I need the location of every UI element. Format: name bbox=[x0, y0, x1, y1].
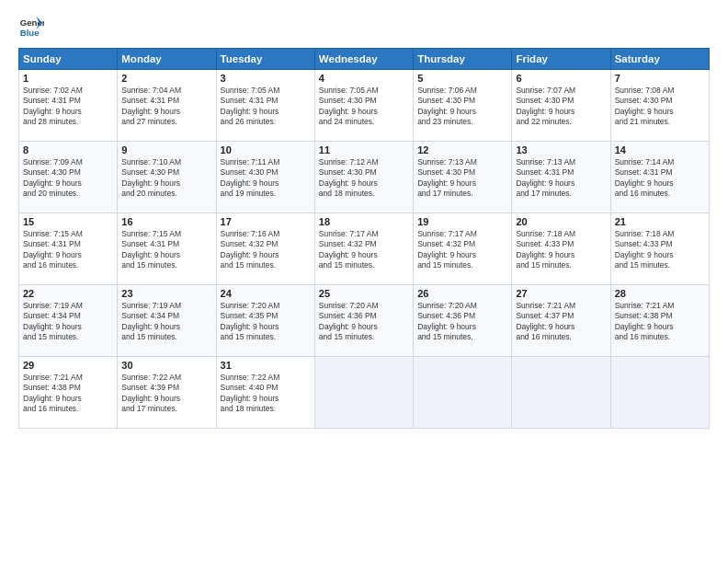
logo-icon: General Blue bbox=[18, 15, 44, 40]
calendar-cell: 15Sunrise: 7:15 AMSunset: 4:31 PMDayligh… bbox=[19, 213, 118, 285]
day-number: 19 bbox=[417, 216, 507, 227]
cell-sun-info: Sunrise: 7:15 AMSunset: 4:31 PMDaylight:… bbox=[121, 229, 211, 271]
calendar-week-row: 1Sunrise: 7:02 AMSunset: 4:31 PMDaylight… bbox=[19, 70, 710, 142]
day-number: 3 bbox=[221, 73, 311, 84]
page: General Blue SundayMondayTuesdayWednesda… bbox=[0, 0, 728, 563]
cell-sun-info: Sunrise: 7:11 AMSunset: 4:30 PMDaylight:… bbox=[221, 157, 311, 200]
cell-sun-info: Sunrise: 7:18 AMSunset: 4:33 PMDaylight:… bbox=[516, 229, 606, 271]
calendar-week-row: 29Sunrise: 7:21 AMSunset: 4:38 PMDayligh… bbox=[19, 357, 710, 429]
cell-sun-info: Sunrise: 7:02 AMSunset: 4:31 PMDaylight:… bbox=[23, 86, 113, 128]
calendar-cell bbox=[610, 357, 709, 429]
calendar-cell: 29Sunrise: 7:21 AMSunset: 4:38 PMDayligh… bbox=[19, 357, 118, 429]
calendar-week-row: 8Sunrise: 7:09 AMSunset: 4:30 PMDaylight… bbox=[19, 142, 710, 213]
day-number: 31 bbox=[221, 360, 311, 371]
header: General Blue bbox=[18, 15, 710, 40]
weekday-header: Thursday bbox=[414, 49, 512, 70]
cell-sun-info: Sunrise: 7:08 AMSunset: 4:30 PMDaylight:… bbox=[615, 86, 705, 128]
cell-sun-info: Sunrise: 7:17 AMSunset: 4:32 PMDaylight:… bbox=[319, 229, 409, 271]
weekday-header: Friday bbox=[512, 49, 610, 70]
calendar-cell: 3Sunrise: 7:05 AMSunset: 4:31 PMDaylight… bbox=[216, 70, 314, 142]
cell-sun-info: Sunrise: 7:21 AMSunset: 4:38 PMDaylight:… bbox=[23, 373, 113, 415]
cell-sun-info: Sunrise: 7:09 AMSunset: 4:30 PMDaylight:… bbox=[23, 157, 113, 200]
calendar-cell: 9Sunrise: 7:10 AMSunset: 4:30 PMDaylight… bbox=[118, 142, 216, 213]
day-number: 23 bbox=[121, 288, 211, 299]
calendar-cell: 27Sunrise: 7:21 AMSunset: 4:37 PMDayligh… bbox=[512, 285, 610, 357]
cell-sun-info: Sunrise: 7:19 AMSunset: 4:34 PMDaylight:… bbox=[121, 301, 211, 343]
logo: General Blue bbox=[18, 15, 44, 40]
day-number: 22 bbox=[23, 288, 113, 299]
cell-sun-info: Sunrise: 7:15 AMSunset: 4:31 PMDaylight:… bbox=[23, 229, 113, 271]
cell-sun-info: Sunrise: 7:20 AMSunset: 4:36 PMDaylight:… bbox=[319, 301, 409, 343]
calendar-cell bbox=[512, 357, 610, 429]
svg-text:Blue: Blue bbox=[20, 28, 40, 38]
day-number: 13 bbox=[516, 144, 606, 155]
day-number: 6 bbox=[516, 73, 606, 84]
cell-sun-info: Sunrise: 7:07 AMSunset: 4:30 PMDaylight:… bbox=[516, 86, 606, 128]
cell-sun-info: Sunrise: 7:22 AMSunset: 4:39 PMDaylight:… bbox=[121, 373, 211, 415]
day-number: 12 bbox=[417, 144, 507, 155]
day-number: 26 bbox=[417, 288, 507, 299]
cell-sun-info: Sunrise: 7:16 AMSunset: 4:32 PMDaylight:… bbox=[221, 229, 311, 271]
cell-sun-info: Sunrise: 7:17 AMSunset: 4:32 PMDaylight:… bbox=[417, 229, 507, 271]
cell-sun-info: Sunrise: 7:04 AMSunset: 4:31 PMDaylight:… bbox=[121, 86, 211, 128]
calendar-cell: 30Sunrise: 7:22 AMSunset: 4:39 PMDayligh… bbox=[118, 357, 216, 429]
cell-sun-info: Sunrise: 7:18 AMSunset: 4:33 PMDaylight:… bbox=[615, 229, 705, 271]
weekday-header: Monday bbox=[118, 49, 216, 70]
calendar-cell: 21Sunrise: 7:18 AMSunset: 4:33 PMDayligh… bbox=[610, 213, 709, 285]
cell-sun-info: Sunrise: 7:21 AMSunset: 4:38 PMDaylight:… bbox=[615, 301, 705, 343]
calendar-cell: 18Sunrise: 7:17 AMSunset: 4:32 PMDayligh… bbox=[314, 213, 413, 285]
day-number: 14 bbox=[615, 144, 705, 155]
cell-sun-info: Sunrise: 7:05 AMSunset: 4:31 PMDaylight:… bbox=[221, 86, 311, 128]
calendar-cell bbox=[314, 357, 413, 429]
calendar-cell: 28Sunrise: 7:21 AMSunset: 4:38 PMDayligh… bbox=[610, 285, 709, 357]
day-number: 28 bbox=[615, 288, 705, 299]
weekday-header: Tuesday bbox=[216, 49, 314, 70]
calendar-cell: 13Sunrise: 7:13 AMSunset: 4:31 PMDayligh… bbox=[512, 142, 610, 213]
calendar-cell: 2Sunrise: 7:04 AMSunset: 4:31 PMDaylight… bbox=[118, 70, 216, 142]
weekday-header: Sunday bbox=[19, 49, 118, 70]
calendar-cell: 11Sunrise: 7:12 AMSunset: 4:30 PMDayligh… bbox=[314, 142, 413, 213]
cell-sun-info: Sunrise: 7:05 AMSunset: 4:30 PMDaylight:… bbox=[319, 86, 409, 128]
calendar-cell: 26Sunrise: 7:20 AMSunset: 4:36 PMDayligh… bbox=[414, 285, 512, 357]
weekday-header: Saturday bbox=[610, 49, 709, 70]
calendar-cell: 10Sunrise: 7:11 AMSunset: 4:30 PMDayligh… bbox=[216, 142, 314, 213]
day-number: 17 bbox=[221, 216, 311, 227]
calendar-cell: 20Sunrise: 7:18 AMSunset: 4:33 PMDayligh… bbox=[512, 213, 610, 285]
day-number: 25 bbox=[319, 288, 409, 299]
cell-sun-info: Sunrise: 7:20 AMSunset: 4:36 PMDaylight:… bbox=[417, 301, 507, 343]
cell-sun-info: Sunrise: 7:13 AMSunset: 4:31 PMDaylight:… bbox=[516, 157, 606, 200]
calendar-cell: 17Sunrise: 7:16 AMSunset: 4:32 PMDayligh… bbox=[216, 213, 314, 285]
day-number: 27 bbox=[516, 288, 606, 299]
day-number: 30 bbox=[121, 360, 211, 371]
calendar-cell: 12Sunrise: 7:13 AMSunset: 4:30 PMDayligh… bbox=[414, 142, 512, 213]
day-number: 1 bbox=[23, 73, 113, 84]
calendar-week-row: 15Sunrise: 7:15 AMSunset: 4:31 PMDayligh… bbox=[19, 213, 710, 285]
day-number: 9 bbox=[121, 144, 211, 155]
day-number: 8 bbox=[23, 144, 113, 155]
calendar-cell: 22Sunrise: 7:19 AMSunset: 4:34 PMDayligh… bbox=[19, 285, 118, 357]
calendar-cell: 1Sunrise: 7:02 AMSunset: 4:31 PMDaylight… bbox=[19, 70, 118, 142]
cell-sun-info: Sunrise: 7:12 AMSunset: 4:30 PMDaylight:… bbox=[319, 157, 409, 200]
day-number: 15 bbox=[23, 216, 113, 227]
calendar-table: SundayMondayTuesdayWednesdayThursdayFrid… bbox=[18, 48, 710, 429]
day-number: 20 bbox=[516, 216, 606, 227]
calendar-cell: 5Sunrise: 7:06 AMSunset: 4:30 PMDaylight… bbox=[414, 70, 512, 142]
calendar-cell: 16Sunrise: 7:15 AMSunset: 4:31 PMDayligh… bbox=[118, 213, 216, 285]
cell-sun-info: Sunrise: 7:21 AMSunset: 4:37 PMDaylight:… bbox=[516, 301, 606, 343]
cell-sun-info: Sunrise: 7:13 AMSunset: 4:30 PMDaylight:… bbox=[417, 157, 507, 200]
day-number: 21 bbox=[615, 216, 705, 227]
calendar-cell: 6Sunrise: 7:07 AMSunset: 4:30 PMDaylight… bbox=[512, 70, 610, 142]
calendar-cell: 24Sunrise: 7:20 AMSunset: 4:35 PMDayligh… bbox=[216, 285, 314, 357]
day-number: 4 bbox=[319, 73, 409, 84]
day-number: 5 bbox=[417, 73, 507, 84]
calendar-cell bbox=[414, 357, 512, 429]
calendar-cell: 23Sunrise: 7:19 AMSunset: 4:34 PMDayligh… bbox=[118, 285, 216, 357]
cell-sun-info: Sunrise: 7:10 AMSunset: 4:30 PMDaylight:… bbox=[121, 157, 211, 200]
day-number: 29 bbox=[23, 360, 113, 371]
calendar-cell: 31Sunrise: 7:22 AMSunset: 4:40 PMDayligh… bbox=[216, 357, 314, 429]
cell-sun-info: Sunrise: 7:22 AMSunset: 4:40 PMDaylight:… bbox=[221, 373, 311, 415]
calendar-body: 1Sunrise: 7:02 AMSunset: 4:31 PMDaylight… bbox=[19, 70, 710, 429]
day-number: 18 bbox=[319, 216, 409, 227]
calendar-week-row: 22Sunrise: 7:19 AMSunset: 4:34 PMDayligh… bbox=[19, 285, 710, 357]
cell-sun-info: Sunrise: 7:19 AMSunset: 4:34 PMDaylight:… bbox=[23, 301, 113, 343]
